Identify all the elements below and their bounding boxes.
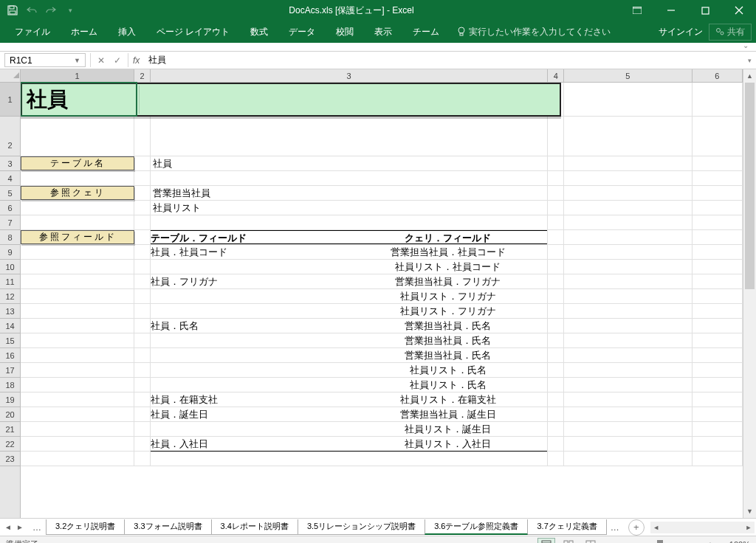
formula-input[interactable]	[144, 52, 743, 69]
label-ref-field[interactable]: 参照フィールド	[21, 230, 134, 244]
cells-area[interactable]: 社員 テーブル名 社員 参照クェリ	[21, 83, 743, 466]
sheet-tab[interactable]: 3.2クェリ説明書	[46, 519, 125, 535]
sheet-more-left[interactable]: …	[28, 522, 46, 533]
zoom-level[interactable]: 100%	[721, 540, 750, 544]
tab-view[interactable]: 表示	[364, 21, 402, 43]
merged-title-cell[interactable]: 社員	[21, 83, 561, 117]
col-header[interactable]: 4	[548, 69, 564, 82]
formula-expand-icon[interactable]: ▾	[743, 52, 756, 69]
select-all-corner[interactable]	[0, 69, 21, 83]
row-header[interactable]: 16	[0, 348, 20, 363]
view-page-break-icon[interactable]	[582, 538, 599, 544]
row-header[interactable]: 15	[0, 333, 20, 348]
label-ref-query[interactable]: 参照クェリ	[21, 186, 134, 200]
row-header[interactable]: 21	[0, 422, 20, 437]
field-left[interactable]: 社員．入社日	[151, 437, 349, 451]
field-right[interactable]: 営業担当社員．フリガナ	[349, 274, 548, 288]
row-header[interactable]: 2	[0, 117, 20, 156]
field-right[interactable]: 営業担当社員．誕生日	[349, 407, 548, 421]
field-left[interactable]	[151, 378, 349, 392]
scroll-right-icon[interactable]: ►	[743, 524, 755, 531]
row-header[interactable]: 20	[0, 407, 20, 422]
field-left[interactable]: 社員．在籍支社	[151, 392, 349, 407]
zoom-thumb[interactable]	[657, 540, 663, 543]
field-left[interactable]: 社員．誕生日	[151, 407, 349, 421]
redo-icon[interactable]	[43, 2, 59, 18]
row-header[interactable]: 7	[0, 215, 20, 230]
field-right[interactable]: 営業担当社員．氏名	[349, 333, 548, 347]
field-right[interactable]: 社員リスト．在籍支社	[349, 392, 548, 407]
sheet-tab[interactable]: 3.3フォーム説明書	[124, 519, 211, 535]
field-right[interactable]: 社員リスト．フリガナ	[349, 289, 548, 303]
field-right[interactable]: 社員リスト．フリガナ	[349, 304, 548, 318]
row-header[interactable]: 1	[0, 83, 20, 117]
view-normal-icon[interactable]	[537, 538, 555, 544]
signin-link[interactable]: サインイン	[659, 26, 703, 38]
ribbon-expand-icon[interactable]: ⌄	[743, 41, 749, 49]
row-header[interactable]: 8	[0, 230, 20, 245]
field-right[interactable]: 営業担当社員．氏名	[349, 348, 548, 362]
tab-file[interactable]: ファイル	[4, 21, 61, 43]
add-sheet-button[interactable]: +	[628, 519, 645, 536]
field-left[interactable]	[151, 260, 349, 274]
row-header[interactable]: 6	[0, 201, 20, 215]
label-table-name[interactable]: テーブル名	[21, 156, 134, 170]
scroll-up-icon[interactable]: ▲	[743, 69, 756, 83]
row-header[interactable]: 13	[0, 304, 20, 319]
tell-me[interactable]: 実行したい作業を入力してください	[450, 21, 618, 43]
field-left[interactable]	[151, 363, 349, 377]
tab-review[interactable]: 校閲	[326, 21, 364, 43]
row-header[interactable]: 3	[0, 156, 20, 171]
row-header[interactable]: 22	[0, 437, 20, 452]
sheet-tab[interactable]: 3.4レポート説明書	[211, 519, 298, 535]
field-left[interactable]	[151, 304, 349, 318]
minimize-button[interactable]	[654, 0, 688, 21]
sheet-tab[interactable]: 3.5リレーションシップ説明書	[298, 519, 425, 535]
col-header[interactable]: 3	[151, 69, 549, 82]
maximize-button[interactable]	[688, 0, 722, 21]
vertical-scrollbar[interactable]: ▲ ▼	[743, 69, 756, 518]
col-header[interactable]: 5	[564, 69, 693, 82]
tab-home[interactable]: ホーム	[61, 21, 108, 43]
field-left[interactable]: 社員．社員コード	[151, 245, 349, 259]
fx-icon[interactable]: fx	[128, 52, 144, 69]
row-header[interactable]: 18	[0, 378, 20, 392]
row-header[interactable]: 4	[0, 171, 20, 186]
row-header[interactable]: 12	[0, 289, 20, 304]
scroll-left-icon[interactable]: ◄	[650, 524, 662, 531]
field-right[interactable]: 社員リスト．入社日	[349, 437, 548, 451]
col-header[interactable]: 2	[134, 69, 151, 82]
cell-table-name[interactable]: 社員	[151, 156, 548, 171]
sheet-more-right[interactable]: …	[606, 522, 624, 533]
row-header[interactable]: 11	[0, 274, 20, 289]
scroll-thumb[interactable]	[745, 83, 755, 289]
sheet-next-icon[interactable]: ►	[15, 523, 25, 531]
horizontal-scrollbar[interactable]: ◄ ►	[650, 522, 755, 533]
zoom-in-button[interactable]: +	[704, 540, 716, 544]
cancel-formula-icon[interactable]: ✕	[94, 55, 109, 66]
field-right[interactable]: 社員リスト．氏名	[349, 363, 548, 377]
field-left[interactable]	[151, 348, 349, 362]
row-header[interactable]: 14	[0, 319, 20, 333]
cell-ref-query[interactable]: 営業担当社員	[151, 186, 548, 201]
field-left[interactable]: 社員．氏名	[151, 319, 349, 333]
field-left[interactable]	[151, 289, 349, 303]
row-header[interactable]: 9	[0, 245, 20, 260]
field-left[interactable]: 社員．フリガナ	[151, 274, 349, 288]
accept-formula-icon[interactable]: ✓	[110, 55, 125, 66]
zoom-out-button[interactable]: −	[604, 540, 616, 544]
row-header[interactable]: 23	[0, 452, 20, 466]
row-header[interactable]: 10	[0, 260, 20, 274]
sheet-tab[interactable]: 3.6テーブル参照定義書	[425, 519, 528, 535]
sheet-prev-icon[interactable]: ◄	[3, 523, 13, 531]
field-right[interactable]: 社員リスト．誕生日	[349, 422, 548, 436]
ribbon-display-icon[interactable]	[620, 0, 654, 21]
col-header[interactable]: 1	[21, 69, 134, 82]
cell-ref-query[interactable]: 社員リスト	[151, 201, 548, 215]
tab-data[interactable]: データ	[278, 21, 326, 43]
qat-dropdown-icon[interactable]: ▾	[62, 2, 78, 18]
tab-insert[interactable]: 挿入	[108, 21, 146, 43]
scroll-down-icon[interactable]: ▼	[743, 505, 756, 518]
col-header[interactable]: 6	[693, 69, 743, 82]
tab-page-layout[interactable]: ページ レイアウト	[146, 21, 240, 43]
